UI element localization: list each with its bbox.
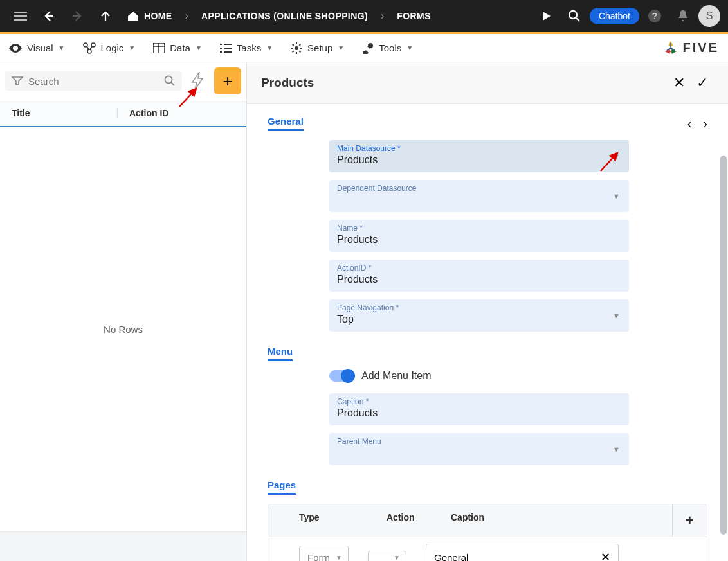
- actionid-field[interactable]: ActionID * Products: [329, 260, 629, 292]
- menu-tools-label: Tools: [379, 42, 401, 53]
- forward-arrow-icon: [64, 3, 90, 29]
- svg-text:?: ?: [652, 11, 658, 21]
- help-icon[interactable]: ?: [642, 3, 668, 29]
- dependent-datasource-label: Dependent Datasource: [337, 184, 621, 193]
- main-datasource-value: Products: [337, 153, 621, 167]
- brand-text: FIVE: [683, 40, 719, 55]
- add-button[interactable]: +: [214, 67, 241, 94]
- add-menu-toggle[interactable]: [329, 370, 354, 382]
- search-input[interactable]: [28, 76, 159, 87]
- breadcrumb-home-label: HOME: [144, 11, 172, 21]
- chevron-right-icon: ›: [377, 10, 388, 22]
- svg-point-0: [569, 11, 577, 19]
- menu-tasks-label: Tasks: [237, 42, 261, 53]
- page-navigation-field[interactable]: Page Navigation * Top ▼: [329, 299, 629, 332]
- main-datasource-label: Main Datasource *: [337, 144, 621, 153]
- search-top-icon[interactable]: [561, 3, 587, 29]
- pages-add-button[interactable]: +: [672, 504, 707, 537]
- menu-tools[interactable]: Tools▼: [362, 42, 413, 54]
- menu-setup[interactable]: Setup▼: [291, 42, 344, 54]
- chevron-down-icon: ▼: [336, 554, 342, 561]
- menu-setup-label: Setup: [307, 42, 332, 53]
- svg-point-8: [165, 76, 172, 84]
- pages-col-caption: Caption: [442, 504, 672, 537]
- col-actionid[interactable]: Action ID: [117, 108, 235, 118]
- scrollbar[interactable]: [720, 156, 727, 535]
- chevron-down-icon: ▼: [613, 192, 620, 200]
- section-next-icon[interactable]: ›: [703, 116, 707, 131]
- play-icon[interactable]: [533, 3, 559, 29]
- pages-table: Type Action Caption + Form ▼ ▼ ✕: [268, 504, 707, 561]
- bell-icon[interactable]: [670, 3, 696, 29]
- menu-visual[interactable]: Visual▼: [9, 42, 65, 53]
- chevron-down-icon: ▼: [394, 554, 400, 561]
- chevron-right-icon: ›: [181, 10, 192, 22]
- chevron-down-icon: ▼: [613, 312, 620, 319]
- confirm-check-icon[interactable]: ✓: [691, 71, 714, 94]
- breadcrumb-app-label: APPLICATIONS (ONLINE SHOPPING): [201, 11, 368, 21]
- dependent-datasource-field[interactable]: Dependent Datasource ▼: [329, 180, 629, 212]
- back-arrow-icon[interactable]: [36, 3, 62, 29]
- breadcrumb-app[interactable]: APPLICATIONS (ONLINE SHOPPING): [195, 11, 374, 21]
- dependent-datasource-value: [337, 193, 621, 207]
- page-title: Products: [261, 76, 314, 90]
- hamburger-icon[interactable]: [8, 3, 33, 29]
- name-field[interactable]: Name * Products: [329, 220, 629, 252]
- breadcrumb-forms-label: FORMS: [397, 11, 431, 21]
- name-value: Products: [337, 233, 621, 247]
- list-header: Title Action ID: [0, 100, 246, 127]
- col-title[interactable]: Title: [12, 108, 117, 118]
- parent-menu-value: [337, 446, 621, 460]
- actionid-label: ActionID *: [337, 263, 621, 272]
- menu-logic[interactable]: Logic▼: [83, 42, 136, 54]
- clear-icon[interactable]: ✕: [601, 550, 610, 561]
- page-caption-input-wrap[interactable]: ✕: [426, 544, 619, 561]
- page-navigation-label: Page Navigation *: [337, 303, 621, 312]
- menu-logic-label: Logic: [101, 42, 124, 53]
- no-rows-message: No Rows: [0, 127, 246, 531]
- menu-data-label: Data: [170, 42, 190, 53]
- breadcrumb-home[interactable]: HOME: [121, 11, 179, 21]
- caption-value: Products: [337, 406, 621, 420]
- close-icon[interactable]: ✕: [668, 71, 691, 94]
- left-footer: [0, 531, 246, 561]
- add-menu-label: Add Menu Item: [361, 370, 432, 382]
- chevron-down-icon: ▼: [613, 152, 620, 160]
- table-row: Form ▼ ▼ ✕: [268, 537, 707, 561]
- parent-menu-label: Parent Menu: [337, 437, 621, 446]
- actionid-value: Products: [337, 272, 621, 287]
- menu-visual-label: Visual: [27, 42, 53, 53]
- search-input-wrap[interactable]: [5, 71, 182, 91]
- menu-data[interactable]: Data▼: [153, 42, 202, 53]
- avatar[interactable]: S: [698, 5, 720, 27]
- caption-label: Caption *: [337, 397, 621, 406]
- brand-logo: FIVE: [662, 40, 719, 57]
- page-type-value: Form: [307, 552, 330, 562]
- page-action-select[interactable]: ▼: [368, 551, 406, 561]
- chevron-down-icon: ▼: [613, 445, 620, 453]
- chatbot-button[interactable]: Chatbot: [590, 8, 639, 24]
- search-icon[interactable]: [164, 75, 176, 87]
- section-prev-icon[interactable]: ‹: [687, 116, 692, 131]
- caption-field[interactable]: Caption * Products: [329, 393, 629, 425]
- section-general[interactable]: General: [268, 116, 304, 131]
- filter-icon: [12, 76, 23, 85]
- main-datasource-field[interactable]: Main Datasource * Products ▼: [329, 140, 629, 172]
- up-arrow-icon[interactable]: [93, 3, 118, 29]
- page-type-select[interactable]: Form ▼: [299, 546, 349, 562]
- page-navigation-value: Top: [337, 312, 621, 326]
- pages-col-action: Action: [378, 504, 442, 537]
- lightning-wizard-button[interactable]: [185, 67, 212, 94]
- name-label: Name *: [337, 224, 621, 233]
- svg-point-5: [87, 49, 91, 53]
- page-caption-input[interactable]: [434, 552, 601, 562]
- section-menu[interactable]: Menu: [268, 346, 293, 361]
- parent-menu-field[interactable]: Parent Menu ▼: [329, 433, 629, 465]
- section-pages[interactable]: Pages: [268, 479, 296, 495]
- svg-point-7: [295, 46, 298, 50]
- menu-tasks[interactable]: Tasks▼: [220, 42, 273, 53]
- pages-col-type: Type: [268, 504, 378, 537]
- breadcrumb-forms[interactable]: FORMS: [390, 11, 437, 21]
